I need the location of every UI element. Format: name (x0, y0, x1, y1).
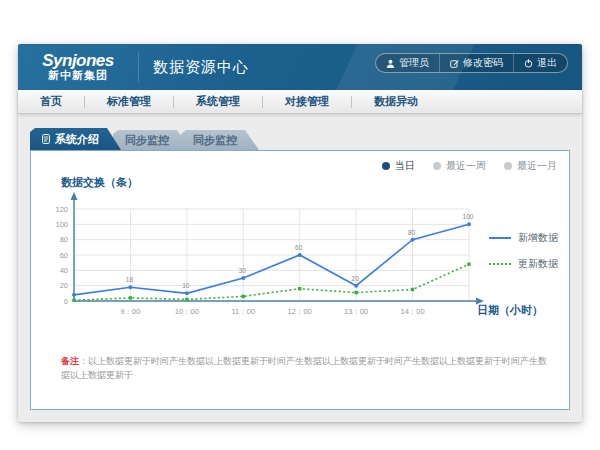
svg-text:30: 30 (239, 267, 247, 274)
line-chart: 0204060801001209：0010：0011：0012：0013：001… (39, 189, 491, 331)
radio-selected-icon (382, 162, 390, 170)
brand-name: Synjones (32, 52, 124, 70)
svg-text:40: 40 (60, 266, 68, 275)
radio-today[interactable]: 当日 (382, 159, 415, 173)
radio-last-month[interactable]: 最近一月 (504, 159, 557, 173)
logout-label: 退出 (537, 56, 557, 70)
nav-item-data-change[interactable]: 数据异动 (352, 94, 440, 109)
svg-text:60: 60 (295, 244, 303, 251)
tab-label: 同步监控 (193, 133, 237, 148)
legend-dotted-line-icon (489, 263, 511, 265)
svg-text:12：00: 12：00 (288, 307, 312, 316)
legend-label: 新增数据 (518, 231, 558, 245)
footnote-text: ：以上数据更新于时间产生数据以上数据更新于时间产生数据以上数据更新于时间产生数据… (61, 356, 547, 380)
nav-item-system-mgmt[interactable]: 系统管理 (174, 94, 262, 109)
radio-unselected-icon (433, 162, 441, 170)
time-range-filter: 当日 最近一周 最近一月 (382, 159, 557, 173)
svg-text:20: 20 (352, 275, 360, 282)
svg-text:100: 100 (55, 220, 68, 229)
footnote: 备注：以上数据更新于时间产生数据以上数据更新于时间产生数据以上数据更新于时间产生… (61, 355, 551, 382)
change-password-label: 修改密码 (463, 56, 503, 70)
brand-logo: Synjones 新中新集团 (32, 52, 124, 81)
main-nav: 首页 标准管理 系统管理 对接管理 数据异动 (18, 90, 582, 114)
legend-label: 更新数据 (518, 257, 558, 271)
radio-label: 最近一月 (517, 159, 557, 173)
nav-item-standard-mgmt[interactable]: 标准管理 (85, 94, 173, 109)
svg-text:11：00: 11：00 (231, 307, 255, 316)
change-password-button[interactable]: 修改密码 (439, 54, 513, 72)
tab-system-intro[interactable]: 系统介绍 (30, 128, 121, 150)
svg-text:80: 80 (60, 235, 68, 244)
tab-label: 系统介绍 (55, 132, 99, 147)
tab-sync-monitor-2[interactable]: 同步监控 (181, 130, 259, 150)
chart-legend: 新增数据 更新数据 (489, 231, 558, 271)
svg-text:9：00: 9：00 (120, 307, 140, 316)
svg-text:10：00: 10：00 (175, 307, 199, 316)
radio-last-week[interactable]: 最近一周 (433, 159, 486, 173)
user-icon (386, 59, 395, 68)
svg-text:120: 120 (55, 205, 68, 214)
power-icon (524, 59, 533, 68)
svg-text:10: 10 (182, 282, 190, 289)
x-axis-title: 日期（小时） (477, 303, 543, 318)
edit-icon (450, 59, 459, 68)
legend-solid-line-icon (489, 237, 511, 239)
user-toolbar: 管理员 修改密码 退出 (375, 53, 568, 73)
svg-text:18: 18 (126, 276, 134, 283)
document-icon (42, 134, 50, 144)
tab-label: 同步监控 (125, 133, 169, 148)
svg-text:13：00: 13：00 (344, 307, 368, 316)
app-header: Synjones 新中新集团 数据资源中心 管理员 修改密码 退出 (18, 44, 582, 90)
svg-text:100: 100 (463, 213, 474, 220)
app-window: Synjones 新中新集团 数据资源中心 管理员 修改密码 退出 首页 标准管… (18, 44, 582, 422)
tab-sync-monitor-1[interactable]: 同步监控 (113, 130, 191, 150)
y-axis-title: 数据交换（条） (61, 175, 138, 190)
svg-text:80: 80 (408, 229, 416, 236)
user-menu-admin[interactable]: 管理员 (376, 54, 439, 72)
user-menu-label: 管理员 (399, 56, 429, 70)
tab-bar: 系统介绍 同步监控 同步监控 (30, 128, 259, 150)
svg-text:60: 60 (60, 251, 68, 260)
svg-text:14：00: 14：00 (400, 307, 424, 316)
svg-text:0: 0 (64, 297, 68, 306)
nav-item-docking-mgmt[interactable]: 对接管理 (263, 94, 351, 109)
radio-label: 当日 (395, 159, 415, 173)
brand-subtitle: 新中新集团 (32, 70, 124, 82)
radio-unselected-icon (504, 162, 512, 170)
page-title: 数据资源中心 (138, 52, 249, 82)
legend-item-update-data[interactable]: 更新数据 (489, 257, 558, 271)
footnote-label: 备注 (61, 356, 79, 366)
chart-panel: 当日 最近一周 最近一月 数据交换（条） 0204060801001209：00… (30, 150, 570, 410)
legend-item-new-data[interactable]: 新增数据 (489, 231, 558, 245)
nav-item-home[interactable]: 首页 (18, 94, 84, 109)
radio-label: 最近一周 (446, 159, 486, 173)
logout-button[interactable]: 退出 (513, 54, 567, 72)
svg-text:20: 20 (60, 281, 68, 290)
